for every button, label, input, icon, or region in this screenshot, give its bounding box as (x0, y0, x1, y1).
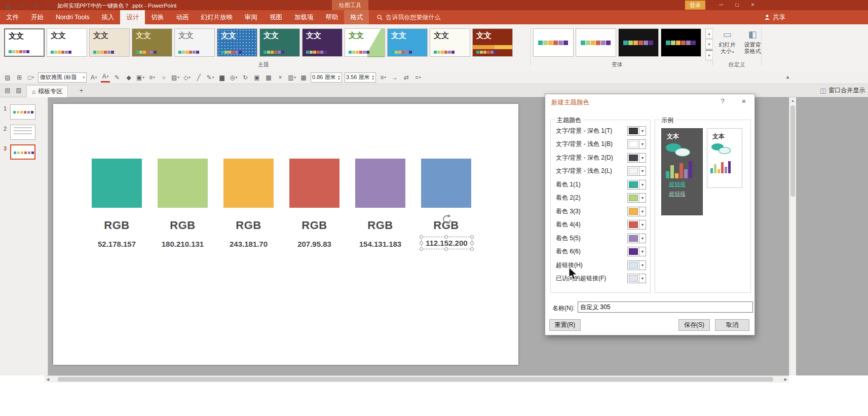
toolbar-collapse-icon[interactable]: ▲ (785, 74, 790, 80)
variant-thumbnail[interactable] (661, 28, 701, 57)
color-square[interactable] (158, 159, 208, 208)
resize-handle[interactable] (420, 241, 423, 245)
theme-thumbnail[interactable]: 文文 (47, 28, 87, 57)
open-folder-icon[interactable]: ▧ (14, 87, 23, 95)
color-square[interactable] (289, 159, 339, 208)
swatch-cell[interactable]: RGB 243.181.70 (223, 159, 274, 249)
pin-icon[interactable]: ◆ (124, 72, 133, 83)
gallery-more-icon[interactable]: ▼ (705, 50, 713, 60)
resize-handle[interactable] (420, 247, 423, 251)
horizontal-scroll-thumb[interactable] (58, 377, 773, 382)
swatch-cell-selected[interactable]: RGB 112.152.200 (421, 159, 471, 249)
color-dropdown[interactable]: ▼ (627, 247, 646, 256)
slide-1-thumbnail[interactable] (10, 104, 35, 120)
minimize-button[interactable]: ─ (713, 0, 729, 10)
swatch-cell[interactable]: RGB 180.210.131 (158, 159, 208, 249)
add-tab-button[interactable]: + (77, 87, 86, 95)
theme-thumbnail[interactable]: 文文 (4, 28, 45, 57)
theme-name-input[interactable] (578, 301, 753, 313)
template-zone-tab[interactable]: ⌂ 模板专区 (26, 85, 68, 97)
stepper-arrows-icon[interactable]: ▲▼ (337, 74, 341, 81)
color-dropdown[interactable]: ▼ (627, 126, 646, 136)
tab-insert[interactable]: 插入 (95, 10, 120, 24)
align-icon[interactable]: ≡▾ (379, 72, 388, 83)
color-dropdown[interactable]: ▼ (627, 193, 646, 203)
picture-icon[interactable]: ▣▾ (136, 72, 145, 83)
tab-help[interactable]: 帮助 (319, 10, 344, 24)
tab-file[interactable]: 文件 (0, 10, 25, 24)
tell-me-search[interactable]: 告诉我你想要做什么 (377, 10, 440, 24)
color-dropdown[interactable]: ▼ (627, 260, 646, 270)
color-square[interactable] (223, 159, 274, 208)
draw-pen-icon[interactable]: ✎▾ (206, 72, 215, 83)
rotate-handle-icon[interactable] (441, 214, 452, 225)
slide-2-thumbnail[interactable] (10, 125, 35, 140)
columns-icon[interactable]: ▥▾ (287, 72, 296, 83)
resize-handle[interactable] (444, 247, 448, 251)
scroll-right-icon[interactable]: ▶ (782, 376, 789, 383)
color-dropdown[interactable]: ▼ (627, 274, 646, 283)
tab-review[interactable]: 审阅 (239, 10, 263, 24)
slide-2-row[interactable]: 2 (0, 125, 48, 140)
theme-thumbnail[interactable]: 文文 (89, 28, 130, 57)
resize-handle[interactable] (420, 235, 423, 239)
tab-addins[interactable]: 加载项 (288, 10, 320, 24)
theme-thumbnail[interactable]: 文文 (217, 28, 257, 57)
color-square[interactable] (92, 159, 142, 208)
swatch-cell[interactable]: RGB 154.131.183 (355, 159, 405, 249)
spacing-icon[interactable]: ≡▾ (147, 72, 157, 83)
color-dropdown[interactable]: ▼ (627, 234, 646, 243)
theme-thumbnail[interactable]: 文文 (174, 28, 215, 57)
color-dropdown[interactable]: ▼ (627, 220, 646, 230)
new-file-icon[interactable]: ▤ (3, 87, 12, 95)
delete-icon[interactable]: × (276, 72, 285, 83)
slide-layout-icon[interactable]: ⊞ (15, 72, 24, 83)
color-dropdown[interactable]: ▼ (627, 207, 646, 216)
slide-3-row[interactable]: 3 (0, 144, 48, 160)
maximize-button[interactable]: □ (729, 0, 745, 10)
theme-thumbnail[interactable]: 文文 (345, 28, 385, 57)
scroll-left-icon[interactable]: ◀ (45, 376, 51, 383)
resize-handle[interactable] (444, 235, 448, 239)
shape-height-stepper[interactable]: 0.86 厘米 ▲▼ (311, 72, 342, 83)
swatch-cell[interactable]: RGB 52.178.157 (92, 159, 142, 249)
line-icon[interactable]: ╱ (194, 72, 203, 83)
resize-handle[interactable] (470, 235, 474, 239)
tab-nordri-tools[interactable]: Nordri Tools (50, 10, 95, 24)
resize-handle[interactable] (470, 241, 474, 245)
close-button[interactable]: × (745, 0, 761, 10)
cancel-button[interactable]: 取消 (715, 319, 749, 331)
vertical-scrollbar[interactable]: ▲ (789, 97, 796, 375)
theme-thumbnail[interactable]: 文文 (302, 28, 343, 57)
shape-outline-icon[interactable]: ◇▾ (182, 72, 192, 83)
theme-thumbnail[interactable]: 文文 (259, 28, 300, 57)
print-icon[interactable]: ▤ (3, 72, 12, 83)
slide-3-thumbnail[interactable] (10, 144, 35, 160)
shape-fill-icon[interactable]: ▨▾ (171, 72, 180, 83)
tab-format[interactable]: 格式 (344, 10, 369, 24)
rotate-object-icon[interactable]: ↻ (241, 72, 250, 83)
chart-icon[interactable]: ▆ (217, 72, 227, 83)
variant-thumbnail[interactable] (576, 28, 616, 57)
window-icon[interactable]: □▾ (26, 72, 35, 83)
slide-size-button[interactable]: ▭ 幻灯片大小▾ (716, 27, 738, 55)
oval-shape-icon[interactable]: ○ (159, 72, 168, 83)
slide-1-row[interactable]: 1 (0, 104, 48, 120)
color-dropdown[interactable]: ▼ (627, 153, 646, 163)
format-background-button[interactable]: ◧ 设置背景格式 (742, 27, 763, 55)
gridlines-icon[interactable]: ▦ (299, 72, 308, 83)
color-square[interactable] (355, 159, 405, 208)
resize-handle[interactable] (470, 247, 474, 251)
theme-thumbnail[interactable]: 文文 (387, 28, 428, 57)
slide-canvas[interactable]: RGB 52.178.157 RGB 180.210.131 RGB 243.1… (53, 104, 518, 365)
vertical-scroll-thumb[interactable] (790, 105, 795, 197)
horizontal-scrollbar[interactable]: ◀ ▶ (45, 375, 789, 383)
variant-thumbnail[interactable] (533, 28, 574, 57)
shape-width-stepper[interactable]: 3.56 厘米 ▲▼ (345, 72, 376, 83)
text-style-icon[interactable]: A▾ (89, 72, 98, 83)
dialog-close-icon[interactable]: × (738, 96, 750, 106)
tab-home[interactable]: 开始 (25, 10, 50, 24)
gallery-scroll-down-icon[interactable]: ▼ (705, 39, 713, 49)
share-button[interactable]: 共享 (764, 10, 785, 24)
gallery-scroll-up-icon[interactable]: ▲ (705, 28, 713, 39)
